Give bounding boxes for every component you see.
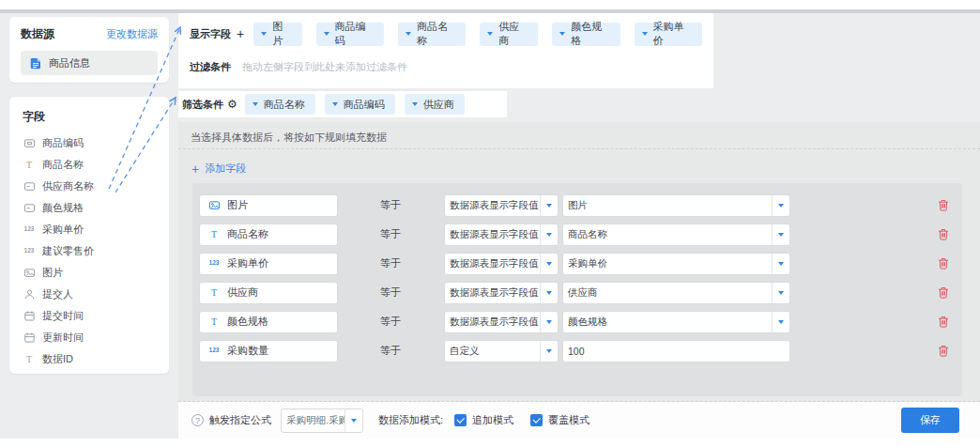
rule-value-select[interactable]: 商品名称 — [562, 224, 790, 246]
datasource-item-label: 商品信息 — [49, 56, 90, 70]
rule-row: T 商品名称 等于 数据源表显示字段值 商品名称 — [192, 220, 962, 249]
text-icon: T — [23, 355, 36, 364]
fields-title: 字段 — [9, 109, 169, 132]
display-field-tag[interactable]: 供应商 — [480, 23, 538, 46]
text-icon: T — [207, 230, 221, 239]
chevron-down-icon — [412, 102, 418, 106]
delete-row-icon[interactable] — [938, 286, 949, 299]
screen-condition-tag[interactable]: 商品编码 — [325, 94, 395, 115]
delete-row-icon[interactable] — [938, 257, 949, 270]
rule-field-box[interactable]: 123 采购单价 — [199, 253, 338, 275]
person-icon — [23, 288, 36, 301]
rule-source-select[interactable]: 数据源表显示字段值 — [444, 282, 559, 304]
rule-value-select[interactable]: 供应商 — [562, 282, 790, 304]
append-mode-checkbox[interactable]: 追加模式 — [454, 413, 513, 427]
number-icon: 123 — [207, 347, 221, 354]
rule-field-box[interactable]: T 颜色规格 — [199, 311, 338, 333]
chevron-down-icon — [642, 32, 648, 36]
screen-condition-tag[interactable]: 商品名称 — [245, 94, 315, 115]
text-icon: T — [23, 161, 36, 170]
gear-icon[interactable]: ⚙ — [227, 99, 237, 110]
chevron-down-icon — [772, 283, 789, 303]
rule-source-select[interactable]: 数据源表显示字段值 — [444, 311, 559, 333]
chevron-down-icon — [772, 224, 789, 245]
add-display-field-button[interactable]: + — [237, 27, 244, 40]
rule-row: 123 采购数量 等于 自定义 100 — [192, 336, 962, 365]
formula-select[interactable]: 采购明细.采购... — [281, 408, 363, 433]
field-item[interactable]: T 商品名称 — [9, 154, 169, 176]
rule-field-box[interactable]: T 商品名称 — [199, 224, 338, 246]
id-box-icon — [23, 137, 36, 149]
display-field-tag[interactable]: 采购单价 — [635, 23, 702, 46]
delete-row-icon[interactable] — [938, 316, 949, 328]
chevron-down-icon — [540, 224, 558, 245]
datasource-card: 数据源 更改数据源 商品信息 — [9, 17, 169, 83]
document-icon — [29, 57, 42, 69]
chevron-down-icon — [540, 195, 558, 216]
rule-source-select[interactable]: 自定义 — [444, 340, 559, 362]
display-field-tag[interactable]: 颜色规格 — [552, 23, 620, 46]
rule-source-select[interactable]: 数据源表显示字段值 — [444, 224, 559, 246]
display-field-tag[interactable]: 商品名称 — [398, 23, 466, 46]
rule-field-box[interactable]: 123 采购数量 — [199, 340, 338, 362]
chevron-down-icon — [540, 254, 558, 274]
field-item[interactable]: 颜色规格 — [9, 197, 169, 219]
screen-conditions-panel: 筛选条件 ⚙ 商品名称 商品编码 供应商 — [178, 91, 507, 117]
fill-rules-panel: 当选择具体数据后，将按如下规则填充数据 + 添加字段 图片 等于 数据源表显示字… — [178, 122, 980, 401]
field-item[interactable]: 更新时间 — [9, 327, 169, 348]
chevron-down-icon — [406, 32, 411, 36]
fields-card: 字段 商品编码 T 商品名称 供应商名称 颜色规格 123 采购单价 123 建… — [9, 97, 169, 374]
help-icon[interactable]: ? — [191, 414, 204, 426]
operator-label: 等于 — [380, 315, 405, 329]
datasource-item[interactable]: 商品信息 — [21, 51, 158, 75]
change-datasource-link[interactable]: 更改数据源 — [106, 27, 158, 41]
delete-row-icon[interactable] — [938, 228, 949, 240]
image-icon — [23, 267, 36, 279]
calendar-icon — [23, 331, 36, 344]
checkbox-checked-icon — [454, 414, 467, 426]
chevron-down-icon — [332, 102, 338, 106]
rule-value-select[interactable]: 图片 — [562, 194, 790, 217]
overwrite-mode-checkbox[interactable]: 覆盖模式 — [530, 413, 590, 427]
add-field-button[interactable]: + 添加字段 — [191, 162, 246, 176]
number-icon: 123 — [23, 248, 36, 254]
rule-value-select[interactable]: 颜色规格 — [562, 311, 790, 333]
field-item[interactable]: 123 建议零售价 — [9, 240, 169, 262]
field-item[interactable]: 图片 — [9, 262, 169, 284]
field-item[interactable]: T 数据ID — [9, 348, 169, 370]
chevron-down-icon — [772, 195, 789, 216]
rules-hint-text: 当选择具体数据后，将按如下规则填充数据 — [191, 131, 387, 145]
rule-row: T 供应商 等于 数据源表显示字段值 供应商 — [192, 278, 962, 307]
rule-value-select[interactable]: 采购单价 — [562, 253, 790, 275]
field-item[interactable]: 供应商名称 — [9, 176, 169, 197]
field-item[interactable]: 提交时间 — [9, 305, 169, 327]
chevron-down-icon — [772, 254, 789, 274]
chevron-down-icon — [772, 312, 789, 332]
checkbox-checked-icon — [530, 414, 543, 426]
screen-condition-tag[interactable]: 供应商 — [405, 94, 465, 115]
field-item[interactable]: 提交人 — [9, 284, 169, 305]
rule-row: T 颜色规格 等于 数据源表显示字段值 颜色规格 — [192, 307, 962, 336]
operator-label: 等于 — [380, 256, 405, 270]
delete-row-icon[interactable] — [938, 345, 949, 357]
screen-conditions-label: 筛选条件 — [182, 98, 223, 112]
save-button[interactable]: 保存 — [901, 408, 959, 433]
operator-label: 等于 — [380, 227, 405, 241]
display-field-tag[interactable]: 商品编码 — [316, 23, 384, 46]
field-box-icon — [23, 202, 36, 214]
rule-source-select[interactable]: 数据源表显示字段值 — [444, 253, 559, 275]
rule-source-select[interactable]: 数据源表显示字段值 — [444, 194, 559, 217]
operator-label: 等于 — [380, 285, 405, 300]
delete-row-icon[interactable] — [938, 199, 949, 211]
display-filter-panel: 显示字段 + 图片 商品编码 商品名称 供应商 颜色规格 采购单价 过滤条件 拖… — [178, 13, 713, 88]
rule-row: 123 采购单价 等于 数据源表显示字段值 采购单价 — [192, 249, 962, 278]
rule-field-box[interactable]: T 供应商 — [199, 282, 338, 304]
display-field-tag[interactable]: 图片 — [253, 23, 301, 46]
field-item[interactable]: 商品编码 — [9, 132, 169, 154]
rule-field-box[interactable]: 图片 — [199, 194, 338, 217]
rule-rows-container: 图片 等于 数据源表显示字段值 图片 T 商品名称 等于 数据源表显示字段值 — [192, 183, 962, 396]
chevron-down-icon — [324, 32, 329, 36]
field-item[interactable]: 123 采购单价 — [9, 219, 169, 240]
rule-value-input[interactable]: 100 — [562, 340, 790, 362]
calendar-icon — [23, 310, 36, 322]
